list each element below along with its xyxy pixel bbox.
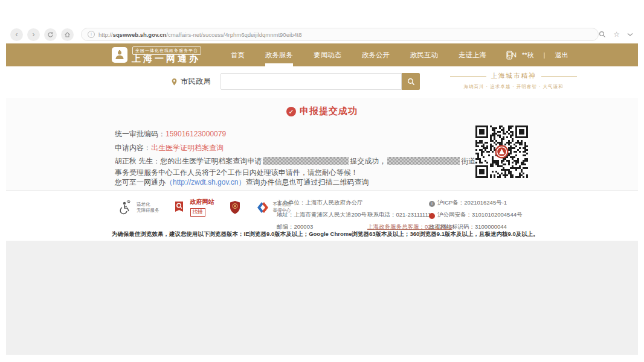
query-hint-2: 查询办件信息也可通过扫描二维码查询 [246, 178, 369, 186]
mobile-phone-icon[interactable] [506, 51, 512, 60]
success-check-icon: ✓ [286, 107, 296, 116]
divider: | [544, 51, 546, 59]
request-content-row: 申请内容：出生医学证明档案查询 [115, 143, 224, 153]
result-message: 胡正秋 先生：您的出生医学证明档案查询申请提交成功，街道社区事务受理服务中心工作… [115, 156, 494, 179]
home-icon [64, 31, 71, 38]
red-shield-emblem-icon [229, 200, 241, 215]
site-info-icon[interactable]: i [88, 31, 95, 38]
chevron-down-icon[interactable] [627, 33, 633, 37]
reload-button[interactable] [44, 28, 57, 41]
message-text-2: 提交成功， [350, 157, 386, 165]
request-content-label: 申请内容： [115, 144, 151, 152]
accessibility-service-logo[interactable]: 适老化 无障碍服务 [118, 200, 159, 215]
icp-info-icon: i [429, 201, 435, 207]
report-center-diamond-icon [256, 201, 270, 214]
yiwangtongban-logo-icon [114, 49, 126, 61]
browser-compatibility-note: 为确保最佳浏览效果，建议您使用以下浏览器版本：IE浏览器9.0版本及以上；Goo… [112, 230, 539, 238]
footer-icp[interactable]: 沪ICP备：2021016245号-1 [437, 199, 507, 206]
url-scheme: http:// [98, 31, 113, 38]
search-icon [407, 78, 415, 86]
accessibility-label-1: 适老化 [137, 202, 159, 208]
reload-icon [47, 31, 54, 38]
error-report-label-2: 找错 [190, 208, 205, 217]
redacted-block-1 [263, 157, 349, 165]
forward-button[interactable]: › [27, 28, 40, 41]
qr-code [475, 125, 528, 178]
success-title: 申报提交成功 [300, 106, 358, 117]
accessibility-label-2: 无障碍服务 [137, 208, 159, 214]
nav-item-disclosure[interactable]: 政务公开 [352, 43, 400, 66]
department-name: 市民政局 [181, 77, 211, 87]
url-host: sqswweb.sh.gov.cn [113, 31, 167, 38]
back-button[interactable]: ‹ [10, 28, 23, 41]
footer-police-record[interactable]: 沪公网安备：31010102004544号 [437, 211, 522, 218]
query-hint-1: 您可至一网通办 [115, 178, 166, 186]
city-spirit-slogan: 海纳百川 · 追求卓越 · 开明睿智 · 大气谦和 [450, 84, 577, 90]
police-badge-icon: ● [429, 213, 435, 219]
query-hint-row: 您可至一网通办（http://zwdt.sh.gov.cn）查询办件信息也可通过… [115, 177, 369, 188]
approval-number-label: 统一审批编码： [115, 130, 166, 138]
nav-item-home[interactable]: 首页 [221, 43, 255, 66]
redacted-block-2 [387, 157, 460, 165]
gov-emblem-logo[interactable] [229, 200, 241, 215]
footer-organizer: 主办单位：上海市人民政府办公厅 [277, 197, 367, 209]
nav-item-interaction[interactable]: 政民互动 [400, 43, 448, 66]
nav-item-services[interactable]: 政务服务 [255, 43, 303, 66]
qr-code-block [475, 125, 528, 178]
zwdt-link[interactable]: （http://zwdt.sh.gov.cn） [166, 178, 246, 186]
search-button[interactable] [402, 73, 420, 90]
nav-item-about-shanghai[interactable]: 走进上海 [448, 43, 497, 66]
location-pin-icon [171, 78, 178, 86]
home-button[interactable] [61, 28, 74, 41]
request-content-value: 出生医学证明档案查询 [151, 144, 224, 152]
wheelchair-accessibility-icon [118, 200, 134, 215]
gov-site-error-report-logo[interactable]: 政府网站 找错 [174, 198, 214, 217]
search-header: 市民政局 上海城市精神 海纳百川 · 追求卓越 · 开明睿智 · 大气谦和 [6, 66, 638, 98]
message-text-1: 胡正秋 先生：您的出生医学证明档案查询申请 [115, 157, 262, 165]
error-report-label-1: 政府网站 [190, 198, 214, 205]
main-nav: 首页 政务服务 要闻动态 政务公开 政民互动 走进上海 EN [221, 43, 527, 66]
department-selector[interactable]: 市民政局 [171, 77, 211, 87]
brand-title: 上海一网通办 [132, 53, 201, 65]
city-spirit-title: 上海城市精神 [450, 72, 577, 80]
search-input[interactable] [221, 73, 402, 90]
error-finder-magnifier-icon [174, 200, 187, 215]
city-spirit-block: 上海城市精神 海纳百川 · 追求卓越 · 开明睿智 · 大气谦和 [450, 72, 577, 90]
approval-number-row: 统一审批编码：159016123000079 [115, 129, 226, 139]
approval-number-value: 159016123000079 [166, 130, 226, 138]
footer-site-code: 政府网站标识码：3100000044 [429, 223, 507, 230]
logout-link[interactable]: 退出 [555, 51, 568, 60]
result-panel: ✓ 申报提交成功 统一审批编码：159016123000079 申请内容：出生医… [6, 98, 638, 190]
footer-address: 地址：上海市黄浦区人民大道200号 [277, 209, 367, 221]
zoom-icon[interactable] [599, 31, 606, 38]
bookmark-star-icon[interactable]: ☆ [613, 30, 620, 39]
nav-item-news[interactable]: 要闻动态 [303, 43, 352, 66]
site-logo [112, 47, 127, 63]
url-path: /cmaffairs-net/success/4rphm6qdeijildqmn… [166, 31, 301, 38]
address-bar[interactable]: i http://sqswweb.sh.gov.cn/cmaffairs-net… [81, 28, 599, 41]
page-background-area [6, 241, 638, 355]
browser-toolbar: ‹ › i http://sqswweb.sh.gov.cn/cmaffairs… [6, 25, 638, 43]
user-name[interactable]: **秋 [522, 51, 534, 60]
top-navbar: 全国一体化在线政务服务平台 上海一网通办 首页 政务服务 要闻动态 政务公开 政… [6, 43, 638, 66]
page-footer: 适老化 无障碍服务 政府网站 找错 [6, 190, 638, 241]
